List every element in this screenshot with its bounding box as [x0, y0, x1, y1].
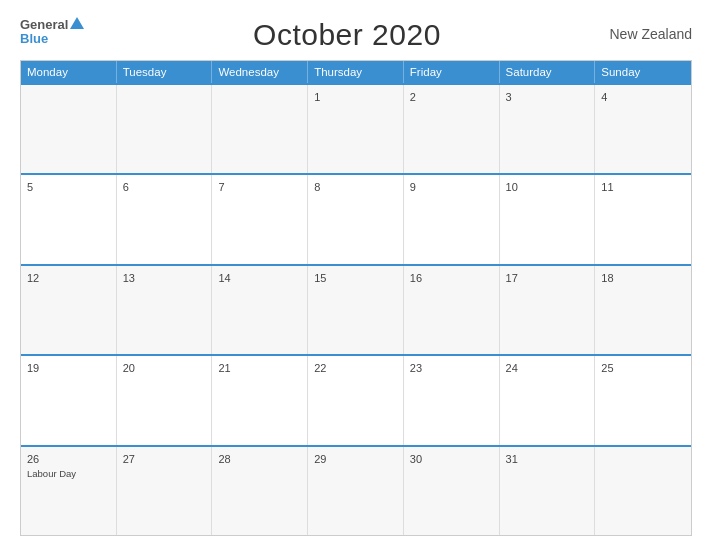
cell-date: 8	[314, 180, 397, 194]
calendar-cell: 15	[308, 266, 404, 354]
cell-date: 1	[314, 90, 397, 104]
cell-date: 16	[410, 271, 493, 285]
calendar-cell	[21, 85, 117, 173]
cell-date: 13	[123, 271, 206, 285]
calendar-cell: 21	[212, 356, 308, 444]
calendar-cell: 14	[212, 266, 308, 354]
cell-date: 29	[314, 452, 397, 466]
cell-date: 18	[601, 271, 685, 285]
week-row-2: 567891011	[21, 173, 691, 263]
calendar-cell: 23	[404, 356, 500, 444]
cell-date: 24	[506, 361, 589, 375]
calendar-cell: 29	[308, 447, 404, 535]
cell-date: 27	[123, 452, 206, 466]
day-header-monday: Monday	[21, 61, 117, 83]
cell-date: 14	[218, 271, 301, 285]
logo-triangle-icon	[70, 17, 84, 29]
cell-date: 19	[27, 361, 110, 375]
calendar-cell: 13	[117, 266, 213, 354]
cell-date: 26	[27, 452, 110, 466]
logo-blue-text: Blue	[20, 32, 48, 46]
calendar-cell: 28	[212, 447, 308, 535]
calendar-cell: 7	[212, 175, 308, 263]
calendar-cell: 4	[595, 85, 691, 173]
cell-date: 15	[314, 271, 397, 285]
calendar-cell: 25	[595, 356, 691, 444]
cell-date: 6	[123, 180, 206, 194]
week-row-1: 1234	[21, 83, 691, 173]
calendar-cell: 1	[308, 85, 404, 173]
day-header-friday: Friday	[404, 61, 500, 83]
cell-date: 7	[218, 180, 301, 194]
cell-date: 17	[506, 271, 589, 285]
cell-date: 9	[410, 180, 493, 194]
calendar-cell: 16	[404, 266, 500, 354]
calendar-cell: 22	[308, 356, 404, 444]
calendar-title: October 2020	[84, 18, 609, 52]
calendar-weeks: 1234567891011121314151617181920212223242…	[21, 83, 691, 535]
calendar-cell: 18	[595, 266, 691, 354]
day-header-thursday: Thursday	[308, 61, 404, 83]
cell-date: 21	[218, 361, 301, 375]
calendar-page: General Blue October 2020 New Zealand Mo…	[0, 0, 712, 550]
calendar-cell: 17	[500, 266, 596, 354]
calendar-cell: 3	[500, 85, 596, 173]
calendar-cell: 12	[21, 266, 117, 354]
cell-date: 12	[27, 271, 110, 285]
calendar-cell: 5	[21, 175, 117, 263]
day-headers-row: MondayTuesdayWednesdayThursdayFridaySatu…	[21, 61, 691, 83]
calendar-cell: 24	[500, 356, 596, 444]
day-header-wednesday: Wednesday	[212, 61, 308, 83]
page-header: General Blue October 2020 New Zealand	[20, 18, 692, 52]
calendar-cell	[595, 447, 691, 535]
logo: General Blue	[20, 18, 84, 47]
calendar-cell: 31	[500, 447, 596, 535]
country-label: New Zealand	[610, 18, 693, 42]
calendar-cell: 30	[404, 447, 500, 535]
calendar-cell: 10	[500, 175, 596, 263]
day-header-saturday: Saturday	[500, 61, 596, 83]
week-row-4: 19202122232425	[21, 354, 691, 444]
cell-date: 10	[506, 180, 589, 194]
calendar-cell	[212, 85, 308, 173]
week-row-5: 26Labour Day2728293031	[21, 445, 691, 535]
day-header-tuesday: Tuesday	[117, 61, 213, 83]
cell-date: 5	[27, 180, 110, 194]
cell-date: 20	[123, 361, 206, 375]
cell-date: 31	[506, 452, 589, 466]
calendar-cell: 19	[21, 356, 117, 444]
calendar-cell: 20	[117, 356, 213, 444]
cell-date: 4	[601, 90, 685, 104]
cell-date: 23	[410, 361, 493, 375]
cell-date: 25	[601, 361, 685, 375]
calendar-cell: 8	[308, 175, 404, 263]
calendar-cell: 9	[404, 175, 500, 263]
calendar-cell: 26Labour Day	[21, 447, 117, 535]
cell-event: Labour Day	[27, 468, 110, 479]
calendar-cell	[117, 85, 213, 173]
cell-date: 3	[506, 90, 589, 104]
calendar-cell: 11	[595, 175, 691, 263]
cell-date: 22	[314, 361, 397, 375]
cell-date: 2	[410, 90, 493, 104]
day-header-sunday: Sunday	[595, 61, 691, 83]
cell-date: 30	[410, 452, 493, 466]
calendar-cell: 2	[404, 85, 500, 173]
logo-general-text: General	[20, 18, 68, 32]
calendar-grid: MondayTuesdayWednesdayThursdayFridaySatu…	[20, 60, 692, 536]
cell-date: 11	[601, 180, 685, 194]
week-row-3: 12131415161718	[21, 264, 691, 354]
cell-date: 28	[218, 452, 301, 466]
calendar-cell: 6	[117, 175, 213, 263]
calendar-cell: 27	[117, 447, 213, 535]
